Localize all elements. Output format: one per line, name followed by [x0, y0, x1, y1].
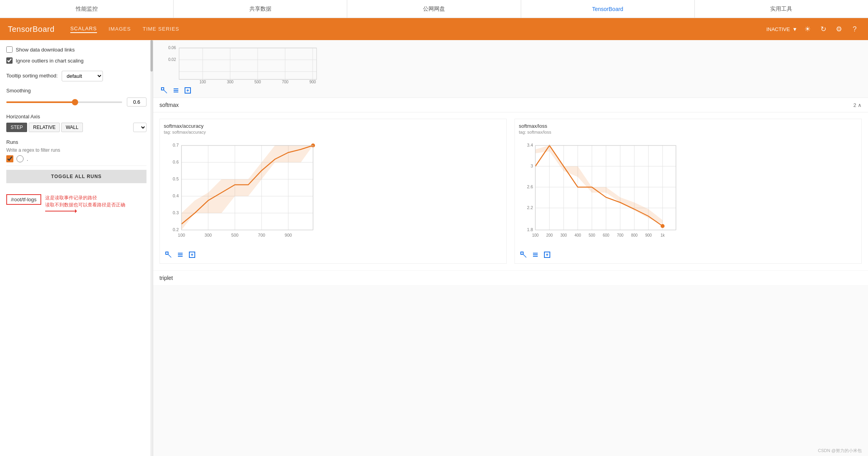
smoothing-row — [6, 97, 146, 107]
svg-rect-93 — [521, 252, 523, 254]
tab-images[interactable]: IMAGES — [109, 26, 131, 33]
svg-text:0.2: 0.2 — [173, 227, 179, 232]
svg-text:300: 300 — [205, 233, 212, 237]
loss-chart-tools — [519, 250, 857, 259]
svg-text:0.02: 0.02 — [168, 57, 176, 62]
smoothing-section: Smoothing — [6, 88, 146, 107]
expand-icon[interactable] — [159, 86, 169, 95]
svg-text:100: 100 — [532, 233, 539, 237]
horizontal-axis-section: Horizontal Axis STEP RELATIVE WALL — [6, 114, 146, 132]
top-navigation: 性能监控 共享数据 公网网盘 TensorBoard 实用工具 — [0, 0, 868, 18]
svg-text:0.06: 0.06 — [168, 46, 176, 50]
svg-point-91 — [661, 224, 665, 228]
main-layout: Show data download links Ignore outliers… — [0, 40, 868, 456]
chevron-up-icon: ∧ — [858, 102, 862, 108]
horizontal-axis-title: Horizontal Axis — [6, 114, 146, 120]
svg-text:0.4: 0.4 — [173, 193, 179, 198]
accuracy-chart-area: 0.7 0.6 0.5 0.4 0.3 0.2 100 300 500 700 … — [164, 138, 502, 248]
smoothing-value-input[interactable] — [127, 97, 146, 107]
svg-text:0.7: 0.7 — [173, 143, 179, 147]
svg-text:3.4: 3.4 — [527, 143, 533, 147]
settings-icon[interactable]: ⚙ — [833, 24, 844, 35]
svg-text:500: 500 — [589, 233, 595, 237]
ignore-outliers-checkbox[interactable] — [6, 57, 13, 64]
svg-text:300: 300 — [227, 80, 234, 83]
watermark: CSDN @努力的小米包 — [818, 448, 862, 454]
tab-time-series[interactable]: TIME SERIES — [143, 26, 179, 33]
tab-scalars[interactable]: SCALARS — [70, 26, 97, 33]
accuracy-chart-tools — [164, 250, 502, 259]
ignore-outliers-row: Ignore outliers in chart scaling — [6, 57, 146, 64]
nav-item-performance[interactable]: 性能监控 — [0, 0, 174, 18]
triplet-section: triplet — [153, 271, 868, 285]
accuracy-zoom-icon[interactable] — [187, 250, 197, 259]
list-icon[interactable] — [171, 86, 181, 95]
svg-text:2.6: 2.6 — [527, 184, 533, 189]
triplet-title: triplet — [159, 275, 862, 281]
nav-item-cloud[interactable]: 公网网盘 — [347, 0, 521, 18]
svg-text:400: 400 — [575, 233, 581, 237]
run-regex: . — [27, 156, 28, 162]
header-right-controls: INACTIVE ▼ ☀ ↻ ⚙ ? — [766, 24, 860, 35]
sidebar: Show data download links Ignore outliers… — [0, 40, 153, 456]
ignore-outliers-label: Ignore outliers in chart scaling — [16, 58, 84, 64]
svg-marker-48 — [181, 145, 313, 230]
loss-chart-area: 3.4 3 2.6 2.2 1.8 100 200 300 400 500 60… — [519, 138, 857, 248]
accuracy-list-icon[interactable] — [176, 250, 185, 259]
svg-text:1k: 1k — [661, 233, 665, 237]
accuracy-expand-icon[interactable] — [164, 250, 173, 259]
svg-line-52 — [168, 254, 171, 257]
run-checkbox[interactable] — [6, 155, 13, 162]
annotation-line1: 这是读取事件记录的路径 — [45, 194, 125, 201]
step-button[interactable]: STEP — [6, 123, 27, 132]
relative-button[interactable]: RELATIVE — [29, 123, 60, 132]
svg-text:0.3: 0.3 — [173, 210, 179, 215]
nav-item-tools[interactable]: 实用工具 — [695, 0, 868, 18]
svg-text:600: 600 — [603, 233, 610, 237]
nav-item-tensorboard[interactable]: TensorBoard — [521, 0, 695, 18]
loss-chart-subtitle: tag: softmax/loss — [519, 130, 857, 134]
svg-text:2.2: 2.2 — [527, 205, 533, 210]
run-radio[interactable] — [16, 155, 24, 162]
tb-logo: TensorBoard — [8, 25, 55, 34]
h-axis-dropdown[interactable] — [133, 123, 146, 132]
top-chart-tools — [159, 86, 862, 95]
toggle-all-runs-button[interactable]: TOGGLE ALL RUNS — [6, 170, 146, 183]
softmax-section: softmax 2 ∧ softmax/accuracy tag: softma… — [153, 98, 868, 270]
top-partial-chart: 0.06 0.02 100 300 500 700 900 — [153, 40, 868, 98]
brightness-icon[interactable]: ☀ — [802, 24, 813, 35]
show-data-links-checkbox[interactable] — [6, 46, 13, 53]
logdir-annotation: 这是读取事件记录的路径 读取不到数据也可以查看路径是否正确 — [45, 194, 125, 211]
svg-text:100: 100 — [200, 80, 206, 83]
logdir-section: /root/tf-logs 这是读取事件记录的路径 读取不到数据也可以查看路径是… — [6, 194, 146, 211]
refresh-icon[interactable]: ↻ — [818, 24, 829, 35]
inactive-select[interactable]: INACTIVE ▼ — [766, 26, 797, 32]
nav-item-shared-data[interactable]: 共享数据 — [174, 0, 347, 18]
svg-text:3: 3 — [531, 164, 533, 168]
tooltip-select[interactable]: default descending ascending — [62, 71, 103, 81]
help-icon[interactable]: ? — [849, 24, 860, 35]
runs-filter-label: Write a regex to filter runs — [6, 147, 146, 153]
svg-line-18 — [164, 90, 167, 93]
svg-marker-90 — [535, 145, 663, 224]
scroll-indicator — [150, 40, 153, 456]
softmax-charts-grid: softmax/accuracy tag: softmax/accuracy — [153, 112, 868, 270]
accuracy-chart-title: softmax/accuracy — [164, 123, 502, 129]
svg-text:800: 800 — [631, 233, 638, 237]
tooltip-sorting: Tooltip sorting method: default descendi… — [6, 71, 146, 81]
svg-text:0.6: 0.6 — [173, 160, 179, 164]
svg-text:0.5: 0.5 — [173, 177, 179, 181]
loss-zoom-icon[interactable] — [542, 250, 552, 259]
wall-button[interactable]: WALL — [61, 123, 82, 132]
svg-rect-17 — [161, 88, 164, 90]
h-axis-buttons-row: STEP RELATIVE WALL — [6, 123, 146, 132]
smoothing-slider[interactable] — [6, 101, 122, 103]
loss-expand-icon[interactable] — [519, 250, 528, 259]
zoom-icon[interactable] — [183, 86, 192, 95]
svg-text:700: 700 — [617, 233, 624, 237]
show-data-links-label: Show data download links — [16, 47, 75, 53]
loss-list-icon[interactable] — [531, 250, 540, 259]
smoothing-title: Smoothing — [6, 88, 146, 94]
softmax-collapse[interactable]: 2 ∧ — [853, 102, 862, 108]
svg-text:300: 300 — [560, 233, 567, 237]
